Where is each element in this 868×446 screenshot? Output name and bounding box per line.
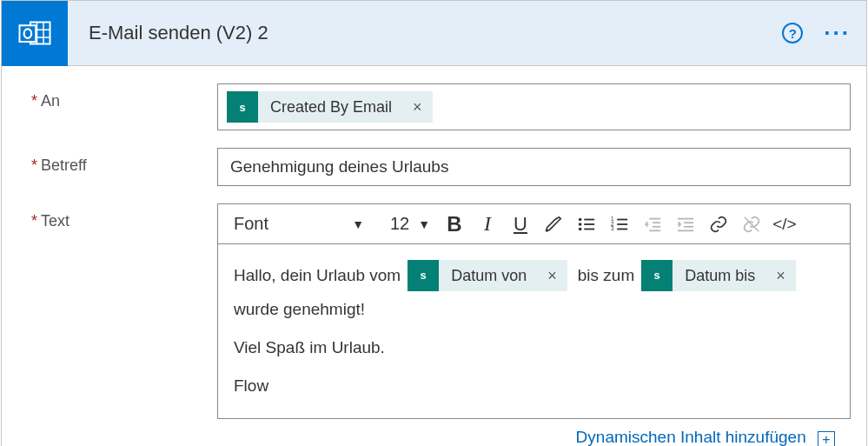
- to-input[interactable]: s Created By Email ×: [217, 83, 851, 130]
- indent-icon: [672, 210, 699, 238]
- underline-button[interactable]: U: [507, 210, 534, 238]
- codeview-icon[interactable]: </>: [771, 210, 798, 238]
- italic-button[interactable]: I: [474, 210, 501, 238]
- body-text: Viel Spaß im Urlaub.: [234, 331, 834, 364]
- editor-content[interactable]: Hallo, dein Urlaub vom s Datum von × bis…: [218, 244, 850, 418]
- body-text: wurde genehmigt!: [234, 293, 834, 326]
- subject-input[interactable]: Genehmigung deines Urlaubs: [217, 148, 851, 186]
- svg-point-7: [546, 229, 548, 231]
- token-label: Created By Email: [258, 98, 402, 116]
- link-icon[interactable]: [705, 210, 732, 238]
- token-remove-icon[interactable]: ×: [765, 260, 796, 291]
- more-menu-icon[interactable]: ···: [824, 30, 851, 37]
- dynamic-token[interactable]: s Created By Email ×: [227, 91, 433, 123]
- body-text: Flow: [234, 369, 834, 403]
- card-title: E-Mail senden (V2) 2: [89, 22, 782, 44]
- bulleted-list-icon[interactable]: [573, 210, 600, 238]
- svg-point-10: [579, 227, 582, 230]
- outlook-icon: [2, 1, 68, 66]
- svg-point-8: [579, 217, 582, 221]
- numbered-list-icon[interactable]: 123: [606, 210, 633, 238]
- unlink-icon: [738, 210, 765, 238]
- fontsize-dropdown[interactable]: 12▼: [385, 210, 435, 239]
- footer: Dynamischen Inhalt hinzufügen +: [31, 423, 851, 446]
- label-subject: *Betreff: [31, 148, 217, 186]
- card-header[interactable]: E-Mail senden (V2) 2 ? ···: [2, 1, 866, 66]
- token-label: Datum von: [439, 260, 537, 291]
- label-to: *An: [31, 83, 217, 130]
- outdent-icon: [639, 210, 666, 238]
- row-subject: *Betreff Genehmigung deines Urlaubs: [31, 148, 851, 186]
- sharepoint-icon: s: [641, 260, 673, 291]
- sharepoint-icon: s: [407, 260, 439, 291]
- sharepoint-icon: s: [227, 91, 258, 123]
- svg-text:3: 3: [611, 225, 614, 231]
- add-dynamic-content-icon[interactable]: +: [818, 431, 835, 446]
- color-picker-icon[interactable]: [540, 210, 567, 238]
- svg-rect-5: [20, 25, 36, 42]
- token-remove-icon[interactable]: ×: [537, 260, 567, 291]
- token-label: Datum bis: [673, 260, 765, 291]
- row-body: *Text Font▼ 12▼ B I U: [31, 203, 851, 419]
- add-dynamic-content-link[interactable]: Dynamischen Inhalt hinzufügen: [576, 428, 806, 446]
- dynamic-token[interactable]: s Datum bis ×: [641, 260, 796, 291]
- subject-value: Genehmigung deines Urlaubs: [230, 157, 448, 176]
- body-text: bis zum: [578, 259, 634, 292]
- dynamic-token[interactable]: s Datum von ×: [407, 260, 567, 291]
- richtext-editor: Font▼ 12▼ B I U: [217, 203, 851, 419]
- action-card: E-Mail senden (V2) 2 ? ··· *An s Created…: [1, 0, 867, 446]
- body-text: Hallo, dein Urlaub vom: [234, 259, 401, 292]
- font-dropdown[interactable]: Font▼: [225, 210, 373, 239]
- bold-button[interactable]: B: [441, 210, 468, 238]
- card-body: *An s Created By Email × *Betreff Genehm…: [2, 66, 866, 446]
- label-body: *Text: [31, 203, 217, 419]
- svg-point-9: [579, 223, 582, 226]
- token-remove-icon[interactable]: ×: [402, 98, 433, 116]
- help-icon[interactable]: ?: [782, 23, 803, 43]
- row-to: *An s Created By Email ×: [31, 83, 851, 130]
- editor-toolbar: Font▼ 12▼ B I U: [218, 204, 850, 244]
